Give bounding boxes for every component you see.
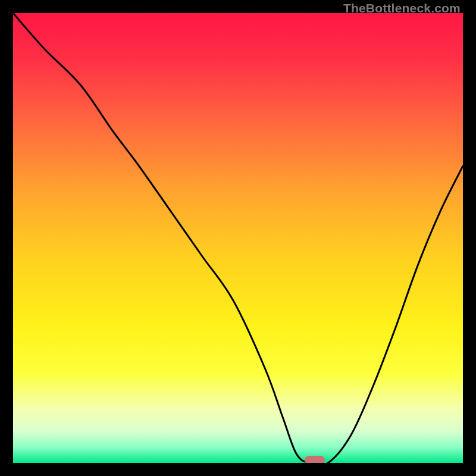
curve-layer	[13, 13, 463, 463]
watermark-text: TheBottleneck.com	[343, 1, 461, 15]
plot-area	[13, 13, 463, 463]
chart-frame: TheBottleneck.com	[0, 0, 476, 476]
bottleneck-marker	[305, 456, 325, 463]
bottleneck-curve	[13, 13, 463, 463]
